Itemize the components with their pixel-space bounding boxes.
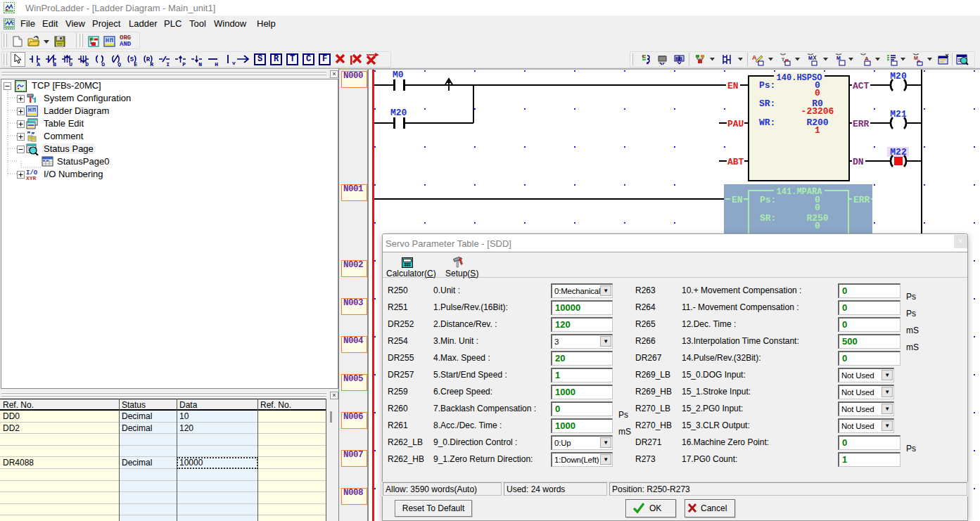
svg-text:1: 1 — [815, 125, 820, 136]
svg-text:ACT: ACT — [853, 81, 870, 91]
svg-text:ABT: ABT — [727, 157, 744, 167]
svg-text:WR:: WR: — [759, 117, 775, 128]
svg-text:v: v — [232, 60, 236, 66]
svg-text:P: P — [182, 61, 186, 67]
svg-text:U: U — [69, 61, 72, 67]
svg-text:ERR: ERR — [853, 119, 870, 129]
svg-text:M: M — [914, 56, 918, 60]
svg-text:XYR: XYR — [26, 175, 37, 180]
svg-text:M20: M20 — [390, 108, 407, 118]
svg-text:EN: EN — [732, 195, 743, 205]
svg-text:O: O — [101, 61, 105, 67]
svg-text:0: 0 — [815, 221, 820, 231]
svg-text:SR:: SR: — [759, 98, 775, 109]
svg-text:E: E — [134, 61, 137, 67]
svg-text:BB: BB — [675, 56, 682, 61]
svg-text:M0: M0 — [393, 70, 404, 80]
svg-text:0: 0 — [815, 88, 820, 98]
svg-text:A: A — [37, 61, 40, 67]
svg-text:Ps:: Ps: — [759, 80, 775, 91]
svg-text:ERR: ERR — [853, 195, 870, 205]
svg-text:B: B — [53, 61, 56, 67]
svg-text:M: M — [836, 56, 841, 60]
svg-text:DN: DN — [853, 157, 864, 167]
svg-text:M: M — [808, 56, 813, 60]
svg-text:-23206: -23206 — [801, 106, 834, 117]
svg-text:N: N — [198, 61, 202, 67]
svg-text:Ps:: Ps: — [760, 195, 776, 205]
svg-text:SR:: SR: — [760, 213, 776, 224]
svg-text:R: R — [150, 61, 153, 67]
svg-text:I: I — [166, 61, 170, 67]
svg-text:0: 0 — [815, 202, 820, 213]
svg-text:D: D — [85, 61, 89, 67]
svg-text:Q: Q — [117, 61, 121, 67]
svg-text:H: H — [215, 61, 218, 67]
svg-text:EN: EN — [727, 81, 739, 91]
svg-text:PAU: PAU — [727, 119, 744, 129]
